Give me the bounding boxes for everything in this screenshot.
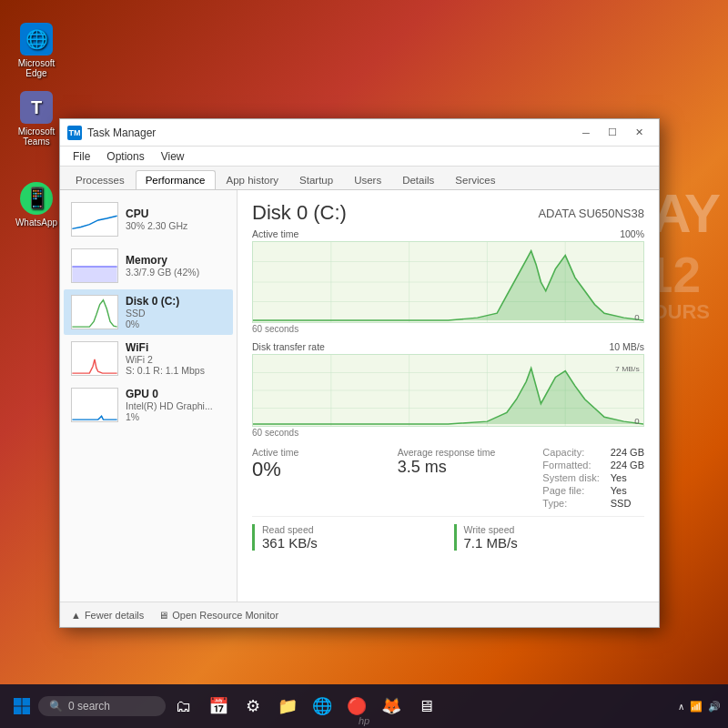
desktop-icon-teams[interactable]: T MicrosoftTeams <box>9 91 64 147</box>
speed-row: Read speed 361 KB/s Write speed 7.1 MB/s <box>252 516 644 551</box>
edge-label: MicrosoftEdge <box>18 58 56 78</box>
tab-app-history[interactable]: App history <box>217 170 289 189</box>
cpu-mini-graph <box>71 202 118 237</box>
disk-header: Disk 0 (C:) ADATA SU650NS38 <box>252 201 644 225</box>
taskbar-edge[interactable]: 🌐 <box>306 690 339 723</box>
teams-label: MicrosoftTeams <box>18 126 56 147</box>
active-time-section: Active time 100% <box>252 228 644 334</box>
tab-services[interactable]: Services <box>445 170 505 189</box>
maximize-button[interactable]: ☐ <box>600 124 625 142</box>
monitor-icon: 🖥 <box>158 610 168 621</box>
taskbar-settings[interactable]: ⚙ <box>237 690 269 723</box>
svg-text:0: 0 <box>634 417 639 426</box>
taskbar-calendar[interactable]: 📅 <box>202 690 235 723</box>
svg-text:0: 0 <box>634 313 639 322</box>
tab-details[interactable]: Details <box>392 170 444 189</box>
teams-icon: T <box>20 91 53 124</box>
desktop: 🌐 MicrosoftEdge T MicrosoftTeams 📱 Whats… <box>0 0 728 728</box>
hp-logo: hp <box>359 715 369 726</box>
svg-rect-0 <box>72 267 116 282</box>
chevron-up-icon: ▲ <box>71 610 81 621</box>
read-speed-block: Read speed 361 KB/s <box>252 524 443 551</box>
sidebar-item-disk[interactable]: Disk 0 (C:) SSD 0% <box>64 289 233 335</box>
svg-text:7 MB/s: 7 MB/s <box>615 365 640 373</box>
main-content: Disk 0 (C:) ADATA SU650NS38 Active time … <box>238 190 659 602</box>
taskbar-file-explorer[interactable]: 🗂 <box>167 690 200 723</box>
transfer-rate-section: Disk transfer rate 10 MB/s <box>252 341 644 438</box>
menu-options[interactable]: Options <box>99 148 151 165</box>
tab-performance[interactable]: Performance <box>136 170 216 189</box>
wifi-sub1: WiFi 2 <box>126 354 226 365</box>
window-titlebar: TM Task Manager ─ ☐ ✕ <box>60 119 659 147</box>
wifi-name: WiFi <box>126 341 226 354</box>
active-time-label: Active time <box>252 228 298 239</box>
cpu-name: CPU <box>126 207 226 220</box>
whatsapp-icon: 📱 <box>20 182 53 215</box>
response-time-value: 3.5 ms <box>398 458 543 477</box>
gpu-name: GPU 0 <box>126 388 226 400</box>
system-tray-arrow[interactable]: ∧ <box>678 702 684 712</box>
search-label: 0 search <box>68 700 110 713</box>
wifi-info: WiFi WiFi 2 S: 0.1 R: 1.1 Mbps <box>126 341 226 376</box>
transfer-time-label: 60 seconds <box>252 428 644 438</box>
formatted-value: 224 GB <box>611 460 644 470</box>
close-button[interactable]: ✕ <box>626 124 652 142</box>
transfer-max: 10 MB/s <box>609 341 644 352</box>
taskbar-right: ∧ 📶 🔊 <box>678 701 721 713</box>
window-title: Task Manager <box>87 126 573 139</box>
desktop-icon-edge[interactable]: 🌐 MicrosoftEdge <box>9 23 64 78</box>
tab-startup[interactable]: Startup <box>289 170 343 189</box>
transfer-rate-chart: 7 MB/s 0 <box>252 354 644 427</box>
taskbar: 🔍 0 search 🗂 📅 ⚙ 📁 🌐 🔴 🦊 🖥 ∧ 📶 🔊 hp <box>0 684 728 728</box>
read-speed-value: 361 KB/s <box>262 535 443 551</box>
formatted-label: Formatted: <box>542 460 599 470</box>
taskbar-folder[interactable]: 📁 <box>271 690 304 723</box>
active-time-60s: 60 seconds <box>252 324 298 334</box>
gpu-mini-graph <box>71 388 118 422</box>
disk-model: ADATA SU650NS38 <box>538 207 644 220</box>
fewer-details-link[interactable]: ▲ Fewer details <box>71 610 144 621</box>
gpu-sub1: Intel(R) HD Graphi... <box>126 400 226 411</box>
sidebar-item-memory[interactable]: Memory 3.3/7.9 GB (42%) <box>64 243 233 288</box>
active-time-chart: 0 <box>252 241 644 323</box>
gpu-info: GPU 0 Intel(R) HD Graphi... 1% <box>126 388 226 422</box>
start-button[interactable] <box>7 692 36 721</box>
wifi-mini-graph <box>71 341 118 376</box>
read-speed-label: Read speed <box>262 524 443 535</box>
type-label: Type: <box>542 498 599 509</box>
disk-sub2: 0% <box>126 318 226 329</box>
taskbar-firefox[interactable]: 🦊 <box>375 690 408 723</box>
taskbar-monitor[interactable]: 🖥 <box>410 690 442 723</box>
open-resource-monitor-link[interactable]: 🖥 Open Resource Monitor <box>158 610 278 621</box>
page-file-value: Yes <box>611 485 644 496</box>
write-speed-value: 7.1 MB/s <box>464 535 645 551</box>
minimize-button[interactable]: ─ <box>573 124 599 142</box>
sidebar-item-gpu[interactable]: GPU 0 Intel(R) HD Graphi... 1% <box>64 382 233 428</box>
menu-file[interactable]: File <box>66 148 97 165</box>
active-time-time-label: 60 seconds <box>252 324 644 334</box>
window-body: CPU 30% 2.30 GHz Memory 3.3/7.9 GB <box>60 190 659 602</box>
taskbar-search[interactable]: 🔍 0 search <box>38 696 166 716</box>
transfer-rate-label-row: Disk transfer rate 10 MB/s <box>252 341 644 352</box>
wifi-sub2: S: 0.1 R: 1.1 Mbps <box>126 365 226 376</box>
active-time-stat-value: 0% <box>252 458 398 481</box>
svg-rect-20 <box>14 707 22 715</box>
tab-users[interactable]: Users <box>344 170 391 189</box>
active-time-stat-label: Active time <box>252 447 398 458</box>
page-file-label: Page file: <box>542 485 599 496</box>
response-time-label: Average response time <box>398 447 543 458</box>
tab-processes[interactable]: Processes <box>66 170 135 189</box>
active-time-max: 100% <box>620 228 644 239</box>
gpu-sub2: 1% <box>126 411 226 422</box>
wifi-tray-icon: 📶 <box>690 701 703 713</box>
desktop-icon-whatsapp[interactable]: 📱 WhatsApp <box>9 182 64 228</box>
menu-view[interactable]: View <box>154 148 192 165</box>
menubar: File Options View <box>60 147 659 167</box>
volume-tray-icon: 🔊 <box>708 701 721 713</box>
tab-bar: Processes Performance App history Startu… <box>60 167 659 190</box>
sidebar-item-wifi[interactable]: WiFi WiFi 2 S: 0.1 R: 1.1 Mbps <box>64 336 233 381</box>
sidebar-item-cpu[interactable]: CPU 30% 2.30 GHz <box>64 197 233 242</box>
system-disk-label: System disk: <box>542 472 599 483</box>
memory-info: Memory 3.3/7.9 GB (42%) <box>126 254 226 278</box>
sidebar: CPU 30% 2.30 GHz Memory 3.3/7.9 GB <box>60 190 238 602</box>
